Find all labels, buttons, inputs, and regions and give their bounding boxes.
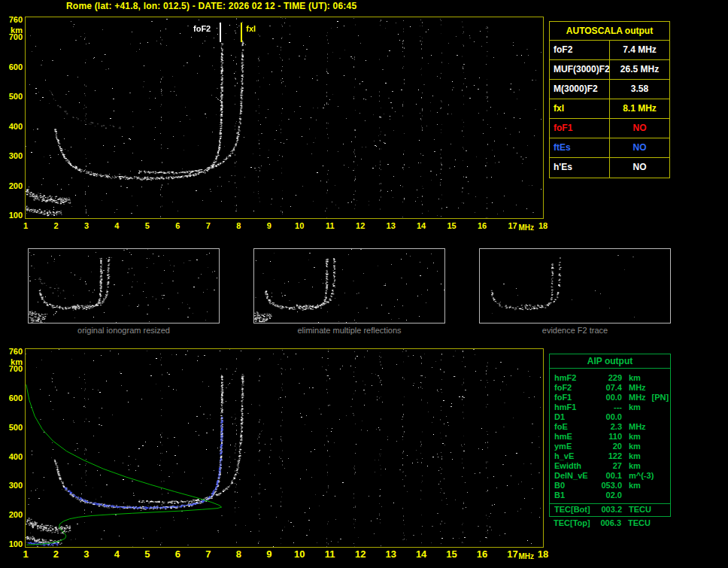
autoscala-param-label: ftEs: [550, 138, 610, 157]
aip-row-foF2-value: 07.4: [592, 383, 622, 393]
x-axis-tick-7: 7: [206, 221, 211, 230]
aip-row-hmF2-unit: km: [622, 373, 641, 383]
thumbnail-original-ionogram: [28, 248, 220, 323]
aip-row-Ewidth: Ewidth27km: [550, 461, 670, 471]
x-axis-tick-18: 18: [538, 221, 548, 230]
autoscala-panel-title: AUTOSCALA output: [550, 22, 669, 41]
aip-panel-title: AIP output: [550, 354, 670, 369]
aip-row-DelN_vE-value: 00.1: [592, 471, 622, 481]
aip-row-hmE-unit: km: [622, 432, 641, 442]
x-axis-tick-6: 6: [175, 221, 180, 230]
aip-row-tec-bot: TEC[Bot]003.2TECU: [550, 505, 670, 515]
aip-row-hmF1-label: hmF1: [550, 402, 592, 412]
x-axis-tick-17: 17: [508, 221, 517, 230]
x-axis-tick-3: 3: [83, 550, 89, 559]
aip-output-box: AIP output hmF2229kmfoF207.4MHzfoF100.0M…: [549, 354, 671, 517]
autoscala-param-label: h'Es: [550, 158, 610, 178]
aip-row-hmF2-value: 229: [592, 373, 622, 383]
aip-row-B0-value: 053.0: [592, 481, 622, 491]
autoscala-output-panel: AUTOSCALA output foF27.4 MHzMUF(3000)F22…: [549, 21, 670, 178]
y-axis-tick-700: 700: [2, 33, 23, 41]
x-axis-tick-1: 1: [23, 550, 28, 559]
thumbnail-caption-eliminate-multiples: eliminate multiple reflections: [253, 326, 445, 335]
aip-row-Ewidth-value: 27: [592, 461, 622, 471]
x-axis-tick-1: 1: [23, 221, 28, 230]
aip-row-ymE-value: 20: [592, 442, 622, 451]
y-axis-tick-100: 100: [2, 211, 23, 220]
aip-row-DelN_vE-unit: m^(-3): [622, 471, 654, 481]
x-axis-tick-3: 3: [84, 221, 89, 230]
y-axis-tick-400: 400: [2, 123, 23, 131]
y-axis-tick-500: 500: [2, 424, 23, 432]
x-axis-tick-5: 5: [144, 550, 150, 559]
aip-row-tec-bot-value: 003.2: [592, 505, 622, 515]
aip-row-ymE-unit: km: [622, 442, 641, 451]
autoscala-app-window: Rome (lat: +41.8, lon: 012.5) - DATE: 20…: [0, 0, 728, 568]
y-axis-tick-200: 200: [2, 182, 23, 190]
aip-rows: hmF2229kmfoF207.4MHzfoF100.0MHz[PN]hmF1-…: [550, 369, 670, 500]
x-axis-tick-18: 18: [538, 550, 548, 559]
aip-row-D1-label: D1: [550, 412, 592, 422]
aip-row-foE-unit: MHz: [622, 422, 646, 432]
x-axis-tick-12: 12: [356, 221, 365, 230]
aip-row-ymE-label: ymE: [550, 442, 592, 451]
aip-row-hmF1-value: ---: [592, 402, 622, 412]
x-axis-tick-9: 9: [267, 221, 271, 230]
aip-row-h_vE-value: 122: [592, 451, 622, 461]
aip-row-D1-unit: [622, 412, 629, 422]
y-axis-tick-760: 760: [2, 16, 23, 24]
x-axis-tick-16: 16: [477, 550, 487, 559]
aip-row-D1: D100.0: [550, 412, 670, 422]
aip-row-D1-value: 00.0: [592, 412, 622, 422]
aip-row-h_vE: h_vE122km: [550, 451, 670, 461]
aip-row-foF1-extra: [PN]: [652, 393, 669, 402]
aip-row-B1-unit: [622, 491, 629, 500]
x-axis-tick-6: 6: [175, 550, 180, 559]
aip-row-foF1-label: foF1: [550, 393, 592, 402]
x-axis-tick-13: 13: [387, 221, 396, 230]
y-axis-tick-400: 400: [2, 453, 23, 461]
autoscala-param-value: NO: [610, 158, 669, 178]
aip-row-DelN_vE: DelN_vE00.1m^(-3): [550, 471, 670, 481]
aip-row-foF2-label: foF2: [550, 383, 592, 393]
aip-row-B0: B0053.0km: [550, 481, 670, 491]
aip-row-hmE: hmE110km: [550, 432, 670, 442]
thumbnail-canvas-eliminate-multiples: [254, 249, 444, 323]
autoscala-param-label: foF1: [550, 119, 610, 138]
y-axis-tick-100: 100: [2, 540, 23, 548]
autoscala-param-label: MUF(3000)F2: [550, 60, 610, 79]
x-axis-tick-10: 10: [295, 221, 304, 230]
aip-row-foF2-unit: MHz: [622, 383, 646, 393]
aip-row-tec-top-value: 006.3: [591, 518, 621, 528]
x-axis-tick-2: 2: [53, 550, 59, 559]
x-axis-unit-label: MHz: [518, 552, 534, 561]
aip-row-B0-label: B0: [550, 481, 592, 491]
aip-row-hmF1: hmF1---km: [550, 402, 670, 412]
x-axis-tick-4: 4: [114, 221, 119, 230]
aip-row-h_vE-unit: km: [622, 451, 641, 461]
y-axis-unit-label: km: [2, 358, 23, 366]
autoscala-param-label: foF2: [550, 41, 610, 59]
aip-row-tec-top: TEC[Top]006.3TECU: [549, 518, 671, 528]
aip-row-tec-top-label: TEC[Top]: [549, 518, 591, 528]
x-axis-tick-4: 4: [114, 550, 120, 559]
autoscala-row-h'Es: h'EsNO: [550, 158, 669, 178]
aip-row-B0-unit: km: [622, 481, 641, 491]
aip-row-tec-bot-unit: TECU: [622, 505, 651, 515]
thumbnail-caption-original: original ionogram resized: [28, 326, 220, 335]
aip-row-tec-top-unit: TECU: [621, 518, 651, 528]
x-axis-unit-label: MHz: [518, 223, 534, 232]
y-axis-tick-600: 600: [2, 394, 23, 402]
autoscala-param-label: M(3000)F2: [550, 80, 610, 99]
ionogram-plot-main: [25, 17, 544, 219]
aip-row-foF2: foF207.4MHz: [550, 383, 670, 393]
aip-row-ymE: ymE20km: [550, 442, 670, 451]
aip-row-B1-value: 02.0: [592, 491, 622, 500]
x-axis-tick-10: 10: [294, 550, 305, 559]
y-axis-tick-500: 500: [2, 93, 23, 101]
thumbnail-eliminate-multiples: [253, 248, 445, 323]
autoscala-param-value: 8.1 MHz: [610, 99, 669, 118]
y-axis-tick-300: 300: [2, 152, 23, 160]
x-axis-tick-12: 12: [355, 550, 366, 559]
aip-row-hmF1-unit: km: [622, 402, 641, 412]
